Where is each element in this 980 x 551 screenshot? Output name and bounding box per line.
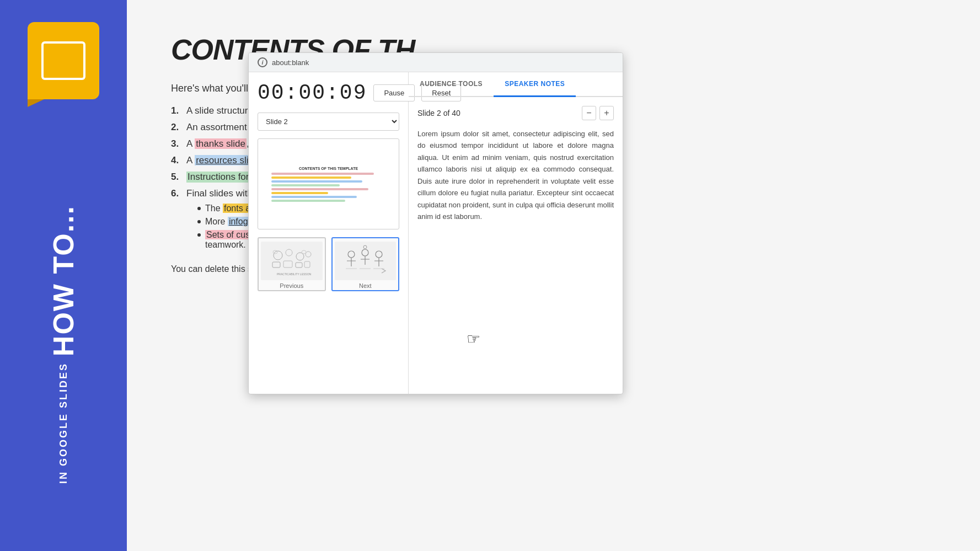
tab-speaker-notes[interactable]: SPEAKER NOTES bbox=[494, 72, 576, 97]
current-slide-preview: CONTENTS OF THIS TEMPLATE bbox=[258, 138, 399, 229]
previous-label: Previous bbox=[280, 282, 303, 289]
preview-lines bbox=[271, 173, 385, 202]
previous-slide-svg: PRACTICABILITY LESSON bbox=[267, 244, 317, 277]
svg-point-3 bbox=[306, 252, 311, 257]
svg-rect-7 bbox=[304, 261, 310, 268]
svg-rect-5 bbox=[283, 261, 292, 268]
tab-audience-tools[interactable]: AUDIENCE TOOLS bbox=[409, 72, 494, 97]
svg-point-11 bbox=[348, 251, 355, 258]
svg-point-9 bbox=[302, 250, 306, 254]
timer-display: 00:00:09 bbox=[258, 81, 367, 105]
modal-body: 00:00:09 Pause Reset Slide 1 Slide 2 Sli… bbox=[249, 72, 623, 394]
sidebar-subheading: IN GOOGLE SLIDES bbox=[58, 362, 69, 484]
svg-rect-6 bbox=[296, 263, 302, 268]
modal-left-panel: 00:00:09 Pause Reset Slide 1 Slide 2 Sli… bbox=[249, 72, 409, 394]
svg-point-17 bbox=[376, 251, 382, 258]
svg-point-0 bbox=[274, 251, 282, 260]
next-slide-thumb bbox=[335, 242, 397, 280]
svg-point-20 bbox=[363, 245, 367, 249]
next-label: Next bbox=[359, 282, 372, 289]
slide-select[interactable]: Slide 1 Slide 2 Slide 3 Slide 40 bbox=[258, 113, 399, 131]
zoom-out-button[interactable]: − bbox=[582, 106, 596, 120]
zoom-in-button[interactable]: + bbox=[599, 106, 614, 120]
modal-right-panel: AUDIENCE TOOLS SPEAKER NOTES Slide 2 of … bbox=[409, 72, 623, 394]
modal-url: about:blank bbox=[272, 58, 309, 67]
preview-inner: CONTENTS OF THIS TEMPLATE bbox=[258, 139, 399, 229]
speaker-notes-text: Lorem ipsum dolor sit amet, consectetur … bbox=[417, 128, 614, 223]
sidebar-heading: HOW TO... bbox=[49, 205, 78, 356]
tabs-row: AUDIENCE TOOLS SPEAKER NOTES bbox=[409, 72, 623, 97]
presenter-modal: i about:blank 00:00:09 Pause Reset Slide… bbox=[248, 52, 623, 394]
app-logo bbox=[28, 22, 99, 99]
sidebar: HOW TO... IN GOOGLE SLIDES bbox=[0, 0, 127, 551]
svg-point-14 bbox=[362, 249, 368, 256]
svg-rect-4 bbox=[272, 262, 280, 268]
main-area: CONTENTS OF TH... Here's what you'll fin… bbox=[127, 0, 980, 551]
info-icon: i bbox=[258, 57, 267, 67]
previous-slide-mini[interactable]: PRACTICABILITY LESSON Previous bbox=[258, 237, 326, 291]
timer-row: 00:00:09 Pause Reset bbox=[258, 81, 399, 105]
speaker-notes-content: Slide 2 of 40 − + Lorem ipsum dolor sit … bbox=[409, 97, 623, 394]
next-slide-svg bbox=[340, 244, 390, 277]
slide-select-row: Slide 1 Slide 2 Slide 3 Slide 40 bbox=[258, 113, 399, 131]
slide-label: Slide 2 of 40 bbox=[417, 109, 460, 117]
svg-point-1 bbox=[286, 249, 292, 256]
slide-mini-row: PRACTICABILITY LESSON Previous bbox=[258, 237, 399, 291]
slide-info-header: Slide 2 of 40 − + bbox=[417, 106, 614, 120]
previous-slide-thumb: PRACTICABILITY LESSON bbox=[261, 242, 323, 280]
zoom-controls: − + bbox=[582, 106, 614, 120]
modal-titlebar: i about:blank bbox=[249, 53, 623, 72]
svg-text:PRACTICABILITY LESSON: PRACTICABILITY LESSON bbox=[277, 272, 312, 276]
logo-inner-box bbox=[41, 41, 85, 80]
next-slide-mini[interactable]: Next bbox=[331, 237, 400, 291]
